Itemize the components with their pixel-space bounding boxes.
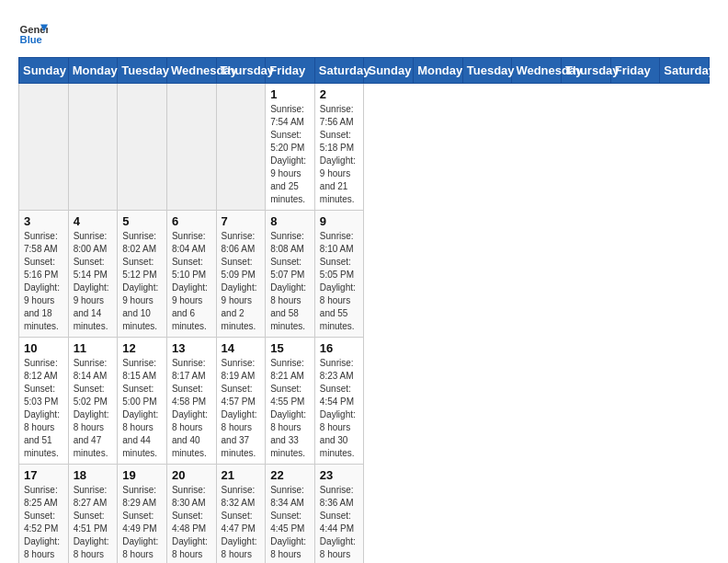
calendar-cell: 19Sunrise: 8:29 AM Sunset: 4:49 PM Dayli… (118, 465, 167, 564)
header-tuesday: Tuesday (462, 58, 512, 84)
calendar-cell: 12Sunrise: 8:15 AM Sunset: 5:00 PM Dayli… (118, 338, 167, 465)
calendar-cell: 14Sunrise: 8:19 AM Sunset: 4:57 PM Dayli… (216, 338, 266, 465)
calendar-cell: 23Sunrise: 8:36 AM Sunset: 4:44 PM Dayli… (314, 465, 364, 564)
calendar-cell (68, 84, 118, 211)
day-info: Sunrise: 8:12 AM Sunset: 5:03 PM Dayligh… (24, 357, 63, 460)
day-info: Sunrise: 8:02 AM Sunset: 5:12 PM Dayligh… (122, 230, 162, 333)
calendar-cell (216, 84, 266, 211)
day-number: 7 (222, 214, 261, 228)
day-number: 12 (122, 341, 162, 355)
day-number: 9 (320, 214, 359, 228)
day-info: Sunrise: 8:36 AM Sunset: 4:44 PM Dayligh… (320, 484, 359, 563)
day-info: Sunrise: 8:21 AM Sunset: 4:55 PM Dayligh… (270, 357, 310, 460)
day-info: Sunrise: 8:15 AM Sunset: 5:00 PM Dayligh… (122, 357, 162, 460)
header-monday: Monday (414, 58, 463, 84)
day-number: 16 (320, 341, 359, 355)
header-monday: Monday (68, 58, 118, 84)
day-number: 18 (74, 468, 113, 482)
day-number: 23 (320, 468, 359, 482)
calendar-cell: 15Sunrise: 8:21 AM Sunset: 4:55 PM Dayli… (266, 338, 315, 465)
day-number: 13 (172, 341, 211, 355)
day-number: 20 (172, 468, 211, 482)
header-thursday: Thursday (216, 58, 266, 84)
day-info: Sunrise: 8:25 AM Sunset: 4:52 PM Dayligh… (24, 484, 63, 563)
calendar-cell: 10Sunrise: 8:12 AM Sunset: 5:03 PM Dayli… (19, 338, 69, 465)
header-sunday: Sunday (19, 58, 69, 84)
day-info: Sunrise: 8:06 AM Sunset: 5:09 PM Dayligh… (222, 230, 261, 333)
day-number: 5 (122, 214, 162, 228)
header-wednesday: Wednesday (166, 58, 216, 84)
day-number: 6 (172, 214, 211, 228)
day-number: 22 (270, 468, 310, 482)
calendar-cell: 22Sunrise: 8:34 AM Sunset: 4:45 PM Dayli… (266, 465, 315, 564)
day-number: 4 (74, 214, 113, 228)
calendar-cell: 4Sunrise: 8:00 AM Sunset: 5:14 PM Daylig… (68, 211, 118, 338)
calendar-cell: 3Sunrise: 7:58 AM Sunset: 5:16 PM Daylig… (19, 211, 69, 338)
header-wednesday: Wednesday (512, 58, 562, 84)
day-info: Sunrise: 8:19 AM Sunset: 4:57 PM Dayligh… (222, 357, 261, 460)
calendar-cell (166, 84, 216, 211)
day-number: 8 (270, 214, 310, 228)
day-info: Sunrise: 8:32 AM Sunset: 4:47 PM Dayligh… (222, 484, 261, 563)
day-info: Sunrise: 8:27 AM Sunset: 4:51 PM Dayligh… (74, 484, 113, 563)
day-number: 2 (320, 87, 359, 101)
day-number: 11 (74, 341, 113, 355)
calendar-cell: 2Sunrise: 7:56 AM Sunset: 5:18 PM Daylig… (314, 84, 364, 211)
calendar-table: SundayMondayTuesdayWednesdayThursdayFrid… (18, 57, 710, 563)
calendar-cell: 1Sunrise: 7:54 AM Sunset: 5:20 PM Daylig… (266, 84, 315, 211)
day-info: Sunrise: 7:56 AM Sunset: 5:18 PM Dayligh… (320, 103, 359, 206)
day-info: Sunrise: 8:30 AM Sunset: 4:48 PM Dayligh… (172, 484, 211, 563)
day-info: Sunrise: 7:58 AM Sunset: 5:16 PM Dayligh… (24, 230, 63, 333)
calendar-cell: 5Sunrise: 8:02 AM Sunset: 5:12 PM Daylig… (118, 211, 167, 338)
day-info: Sunrise: 8:17 AM Sunset: 4:58 PM Dayligh… (172, 357, 211, 460)
calendar-cell (118, 84, 167, 211)
header-friday: Friday (610, 58, 660, 84)
calendar-cell: 18Sunrise: 8:27 AM Sunset: 4:51 PM Dayli… (68, 465, 118, 564)
day-info: Sunrise: 8:23 AM Sunset: 4:54 PM Dayligh… (320, 357, 359, 460)
header-sunday: Sunday (364, 58, 414, 84)
day-number: 17 (24, 468, 63, 482)
calendar-cell: 17Sunrise: 8:25 AM Sunset: 4:52 PM Dayli… (19, 465, 69, 564)
calendar-cell: 20Sunrise: 8:30 AM Sunset: 4:48 PM Dayli… (166, 465, 216, 564)
day-number: 3 (24, 214, 63, 228)
header-tuesday: Tuesday (118, 58, 167, 84)
calendar-cell: 6Sunrise: 8:04 AM Sunset: 5:10 PM Daylig… (166, 211, 216, 338)
calendar-cell: 9Sunrise: 8:10 AM Sunset: 5:05 PM Daylig… (314, 211, 364, 338)
day-number: 10 (24, 341, 63, 355)
header-saturday: Saturday (660, 58, 710, 84)
day-number: 14 (222, 341, 261, 355)
day-number: 21 (222, 468, 261, 482)
day-info: Sunrise: 8:14 AM Sunset: 5:02 PM Dayligh… (74, 357, 113, 460)
header-friday: Friday (266, 58, 315, 84)
day-info: Sunrise: 8:00 AM Sunset: 5:14 PM Dayligh… (74, 230, 113, 333)
calendar-cell: 13Sunrise: 8:17 AM Sunset: 4:58 PM Dayli… (166, 338, 216, 465)
calendar-week-1: 3Sunrise: 7:58 AM Sunset: 5:16 PM Daylig… (19, 211, 710, 338)
calendar-cell: 8Sunrise: 8:08 AM Sunset: 5:07 PM Daylig… (266, 211, 315, 338)
day-number: 15 (270, 341, 310, 355)
calendar-header-row: SundayMondayTuesdayWednesdayThursdayFrid… (19, 58, 710, 84)
svg-text:Blue: Blue (20, 34, 42, 45)
calendar-week-2: 10Sunrise: 8:12 AM Sunset: 5:03 PM Dayli… (19, 338, 710, 465)
day-info: Sunrise: 8:08 AM Sunset: 5:07 PM Dayligh… (270, 230, 310, 333)
logo: General Blue (18, 18, 48, 48)
day-info: Sunrise: 8:04 AM Sunset: 5:10 PM Dayligh… (172, 230, 211, 333)
calendar-cell (19, 84, 69, 211)
calendar-cell: 16Sunrise: 8:23 AM Sunset: 4:54 PM Dayli… (314, 338, 364, 465)
day-info: Sunrise: 7:54 AM Sunset: 5:20 PM Dayligh… (270, 103, 310, 206)
header-saturday: Saturday (314, 58, 364, 84)
calendar-cell: 21Sunrise: 8:32 AM Sunset: 4:47 PM Dayli… (216, 465, 266, 564)
page-header: General Blue (18, 18, 710, 48)
day-info: Sunrise: 8:34 AM Sunset: 4:45 PM Dayligh… (270, 484, 310, 563)
calendar-cell: 11Sunrise: 8:14 AM Sunset: 5:02 PM Dayli… (68, 338, 118, 465)
day-info: Sunrise: 8:10 AM Sunset: 5:05 PM Dayligh… (320, 230, 359, 333)
day-number: 19 (122, 468, 162, 482)
day-number: 1 (270, 87, 310, 101)
day-info: Sunrise: 8:29 AM Sunset: 4:49 PM Dayligh… (122, 484, 162, 563)
header-thursday: Thursday (562, 58, 611, 84)
calendar-week-3: 17Sunrise: 8:25 AM Sunset: 4:52 PM Dayli… (19, 465, 710, 564)
calendar-week-0: 1Sunrise: 7:54 AM Sunset: 5:20 PM Daylig… (19, 84, 710, 211)
calendar-cell: 7Sunrise: 8:06 AM Sunset: 5:09 PM Daylig… (216, 211, 266, 338)
logo-icon: General Blue (18, 18, 48, 48)
